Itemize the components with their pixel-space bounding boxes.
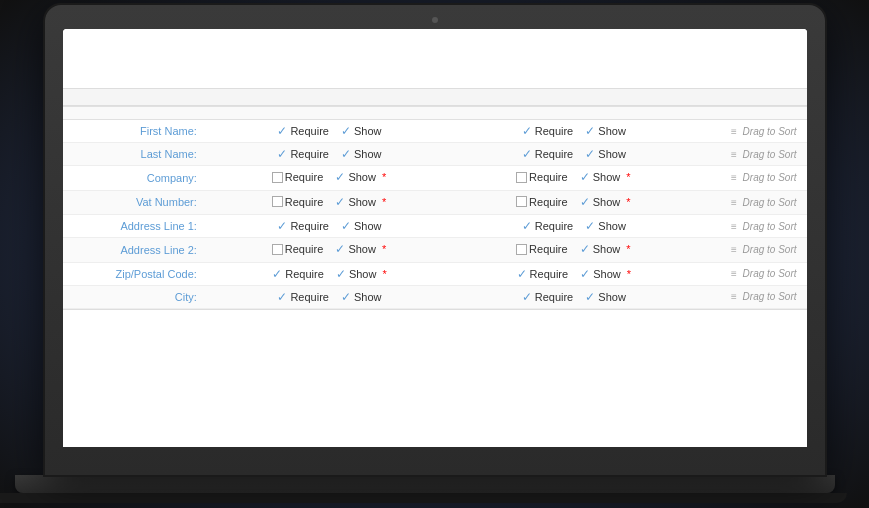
checkbox-checked[interactable]: ✓	[521, 220, 533, 232]
checkbox-unchecked[interactable]	[516, 172, 527, 183]
checkbox-checked[interactable]: ✓	[521, 291, 533, 303]
bottom-area	[63, 309, 807, 349]
show-control[interactable]: ✓ Show	[340, 220, 382, 232]
show-label: Show	[354, 148, 382, 160]
require-control[interactable]: ✓ Require	[521, 148, 574, 160]
checkbox-checked[interactable]: ✓	[271, 268, 283, 280]
require-control[interactable]: Require	[272, 196, 324, 208]
checkbox-unchecked[interactable]	[272, 172, 283, 183]
table-row: Vat Number: Require ✓ Show* Require ✓ Sh…	[63, 190, 807, 215]
checkbox-checked[interactable]: ✓	[579, 243, 591, 255]
require-control[interactable]: Require	[516, 243, 568, 255]
show-control[interactable]: ✓ Show	[584, 125, 626, 137]
show-control[interactable]: ✓ Show	[579, 171, 621, 183]
drag-cell[interactable]: ≡ Drag to Sort	[695, 166, 806, 191]
require-label: Require	[535, 220, 574, 232]
required-star: *	[627, 268, 631, 280]
checkbox-checked[interactable]: ✓	[340, 220, 352, 232]
show-control[interactable]: ✓ Show	[335, 268, 377, 280]
checkbox-checked[interactable]: ✓	[584, 220, 596, 232]
show-control[interactable]: ✓ Show	[584, 148, 626, 160]
checkbox-checked[interactable]: ✓	[584, 148, 596, 160]
require-control[interactable]: Require	[516, 196, 568, 208]
require-control[interactable]: ✓ Require	[521, 291, 574, 303]
require-control[interactable]: ✓ Require	[276, 148, 329, 160]
checkbox-checked[interactable]: ✓	[340, 148, 352, 160]
drag-cell[interactable]: ≡ Drag to Sort	[695, 215, 806, 238]
control-group: ✓ Require ✓ Show	[521, 148, 626, 160]
checkbox-checked[interactable]: ✓	[334, 171, 346, 183]
section-header	[63, 89, 807, 106]
drag-cell[interactable]: ≡ Drag to Sort	[695, 120, 806, 143]
checkbox-checked[interactable]: ✓	[584, 291, 596, 303]
drag-icon: ≡	[731, 126, 737, 137]
checkbox-unchecked[interactable]	[272, 196, 283, 207]
checkbox-unchecked[interactable]	[516, 196, 527, 207]
show-control[interactable]: ✓ Show	[340, 125, 382, 137]
table-row: Company: Require ✓ Show* Require ✓ Show*…	[63, 166, 807, 191]
checkbox-checked[interactable]: ✓	[276, 220, 288, 232]
checkbox-checked[interactable]: ✓	[335, 268, 347, 280]
show-control[interactable]: ✓ Show	[579, 268, 621, 280]
show-control[interactable]: ✓ Show	[584, 220, 626, 232]
checkbox-checked[interactable]: ✓	[276, 125, 288, 137]
checkbox-checked[interactable]: ✓	[521, 125, 533, 137]
show-control[interactable]: ✓ Show	[334, 243, 376, 255]
checkbox-checked[interactable]: ✓	[579, 171, 591, 183]
checkbox-checked[interactable]: ✓	[276, 148, 288, 160]
show-label: Show	[598, 148, 626, 160]
field-label: Address Line 1:	[63, 215, 207, 238]
require-control[interactable]: ✓ Require	[276, 125, 329, 137]
checkbox-checked[interactable]: ✓	[579, 268, 591, 280]
checkbox-checked[interactable]: ✓	[579, 196, 591, 208]
show-control[interactable]: ✓ Show	[579, 243, 621, 255]
checkbox-unchecked[interactable]	[516, 244, 527, 255]
require-label: Require	[290, 125, 329, 137]
require-control[interactable]: ✓ Require	[276, 220, 329, 232]
drag-cell[interactable]: ≡ Drag to Sort	[695, 285, 806, 308]
show-control[interactable]: ✓ Show	[334, 171, 376, 183]
table-row: City: ✓ Require ✓ Show ✓ Require ✓ Show …	[63, 285, 807, 308]
checkbox-checked[interactable]: ✓	[276, 291, 288, 303]
control-group: ✓ Require ✓ Show	[521, 220, 626, 232]
control-group: Require ✓ Show*	[516, 196, 630, 208]
drag-icon: ≡	[731, 268, 737, 279]
checkbox-checked[interactable]: ✓	[584, 125, 596, 137]
require-control[interactable]: ✓ Require	[271, 268, 324, 280]
checkbox-checked[interactable]: ✓	[334, 243, 346, 255]
col-header-field	[63, 107, 207, 120]
show-control[interactable]: ✓ Show	[334, 196, 376, 208]
require-label: Require	[285, 268, 324, 280]
require-control[interactable]: ✓ Require	[521, 125, 574, 137]
require-label: Require	[290, 220, 329, 232]
field-label: Zip/Postal Code:	[63, 262, 207, 285]
drag-cell[interactable]: ≡ Drag to Sort	[695, 238, 806, 263]
required-star: *	[626, 196, 630, 208]
checkbox-unchecked[interactable]	[272, 244, 283, 255]
require-label: Require	[285, 243, 324, 255]
checkbox-checked[interactable]: ✓	[334, 196, 346, 208]
drag-label: Drag to Sort	[743, 126, 797, 137]
require-control[interactable]: ✓ Require	[276, 291, 329, 303]
drag-cell[interactable]: ≡ Drag to Sort	[695, 262, 806, 285]
require-control[interactable]: Require	[272, 171, 324, 183]
show-label: Show	[598, 220, 626, 232]
checkbox-checked[interactable]: ✓	[340, 291, 352, 303]
require-control[interactable]: Require	[272, 243, 324, 255]
checkbox-checked[interactable]: ✓	[340, 125, 352, 137]
show-control[interactable]: ✓ Show	[340, 291, 382, 303]
show-control[interactable]: ✓ Show	[340, 148, 382, 160]
require-control[interactable]: ✓ Require	[516, 268, 569, 280]
table-row: Address Line 2: Require ✓ Show* Require …	[63, 238, 807, 263]
drag-cell[interactable]: ≡ Drag to Sort	[695, 143, 806, 166]
show-control[interactable]: ✓ Show	[579, 196, 621, 208]
field-label: First Name:	[63, 120, 207, 143]
checkbox-checked[interactable]: ✓	[516, 268, 528, 280]
require-control[interactable]: Require	[516, 171, 568, 183]
require-control[interactable]: ✓ Require	[521, 220, 574, 232]
checkbox-checked[interactable]: ✓	[521, 148, 533, 160]
show-control[interactable]: ✓ Show	[584, 291, 626, 303]
field-label: Vat Number:	[63, 190, 207, 215]
drag-cell[interactable]: ≡ Drag to Sort	[695, 190, 806, 215]
drag-icon: ≡	[731, 244, 737, 255]
